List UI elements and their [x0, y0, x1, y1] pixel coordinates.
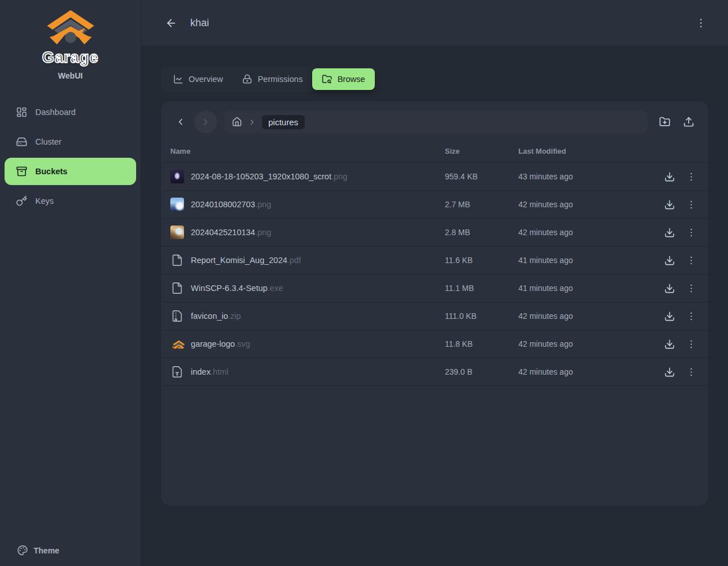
table-row[interactable]: 2024-08-18-105203_1920x1080_scrot.png 95…: [161, 163, 708, 191]
file-name: 2024-08-18-105203_1920x1080_scrot.png: [191, 172, 347, 181]
image-thumbnail-warm: [170, 225, 184, 239]
table-row[interactable]: WinSCP-6.3.4-Setup.exe 11.1 MB 41 minute…: [161, 274, 708, 302]
file-size: 239.0 B: [445, 367, 518, 376]
table-header: Name Size Last Modified: [161, 140, 708, 163]
download-button[interactable]: [661, 308, 677, 324]
file-name: index.html: [191, 367, 228, 376]
breadcrumb: pictures: [224, 110, 648, 133]
theme-button[interactable]: Theme: [0, 545, 141, 556]
topbar: khai: [141, 0, 728, 46]
tab-bar: Overview Permissions Browse: [161, 66, 377, 92]
page-title: khai: [190, 17, 209, 29]
file-size: 11.6 KB: [445, 256, 518, 265]
lock-icon: [242, 74, 252, 84]
row-menu-button[interactable]: [683, 169, 699, 184]
file-modified: 41 minutes ago: [518, 284, 659, 293]
file-icon: [170, 253, 184, 267]
main-area: khai Overview Permissions Browse picture…: [141, 0, 728, 566]
file-size: 11.8 KB: [445, 339, 518, 348]
table-row[interactable]: Garage garage-logo.svg 11.8 KB 42 minute…: [161, 330, 708, 358]
back-button[interactable]: [161, 13, 181, 33]
palette-icon: [17, 545, 28, 556]
download-button[interactable]: [661, 169, 677, 184]
column-name: Name: [170, 147, 445, 155]
table-row[interactable]: favicon_io.zip 111.0 KB 42 minutes ago: [161, 302, 708, 330]
table-row[interactable]: index.html 239.0 B 42 minutes ago: [161, 358, 708, 386]
row-menu-button[interactable]: [683, 224, 699, 240]
cluster-icon: [16, 136, 27, 147]
image-thumbnail-blue: [170, 198, 184, 211]
row-menu-button[interactable]: [683, 252, 699, 268]
table-row[interactable]: Report_Komisi_Aug_2024.pdf 11.6 KB 41 mi…: [161, 247, 708, 274]
browse-card: pictures Name Size Last Modified 2024-08…: [161, 101, 708, 506]
image-thumbnail-dark: [170, 170, 184, 183]
theme-label: Theme: [34, 546, 59, 555]
file-name: Report_Komisi_Aug_2024.pdf: [191, 256, 301, 265]
file-modified: 41 minutes ago: [518, 256, 659, 265]
file-name: WinSCP-6.3.4-Setup.exe: [191, 284, 283, 293]
sidebar-item-dashboard[interactable]: Dashboard: [5, 99, 136, 126]
sidebar-item-cluster[interactable]: Cluster: [5, 128, 136, 155]
logo-subtitle: WebUI: [58, 71, 83, 80]
sidebar: Garage WebUI Dashboard Cluster Buckets K…: [0, 0, 141, 566]
upload-button[interactable]: [678, 112, 699, 132]
row-menu-button[interactable]: [683, 336, 699, 352]
file-modified: 42 minutes ago: [518, 339, 659, 348]
tab-browse[interactable]: Browse: [312, 68, 374, 90]
history-back-button[interactable]: [170, 110, 191, 133]
home-icon[interactable]: [232, 117, 242, 127]
download-button[interactable]: [661, 336, 677, 352]
file-name: favicon_io.zip: [191, 311, 241, 321]
dashboard-icon: [16, 106, 27, 118]
history-forward-button[interactable]: [194, 110, 217, 133]
tab-overview[interactable]: Overview: [163, 68, 232, 90]
file-size: 959.4 KB: [445, 172, 518, 181]
buckets-icon: [16, 166, 27, 177]
garage-logo-icon: [46, 9, 95, 47]
logo-block: Garage WebUI: [0, 0, 141, 80]
logo-title: Garage: [42, 49, 99, 67]
column-modified: Last Modified: [518, 147, 659, 155]
file-name: garage-logo.svg: [191, 339, 250, 348]
row-menu-button[interactable]: [683, 280, 699, 296]
file-modified: 42 minutes ago: [518, 367, 659, 376]
breadcrumb-folder-chip[interactable]: pictures: [262, 115, 305, 129]
table-row[interactable]: 20240108002703.png 2.7 MB 42 minutes ago: [161, 191, 708, 219]
file-modified: 42 minutes ago: [518, 200, 659, 209]
sidebar-nav: Dashboard Cluster Buckets Keys: [0, 99, 141, 217]
file-modified: 42 minutes ago: [518, 311, 659, 321]
sidebar-item-buckets[interactable]: Buckets: [5, 158, 136, 185]
new-folder-button[interactable]: [655, 112, 675, 132]
file-modified: 43 minutes ago: [518, 172, 659, 181]
file-size: 11.1 MB: [445, 284, 518, 293]
sidebar-item-keys[interactable]: Keys: [5, 187, 136, 215]
column-size: Size: [445, 147, 518, 155]
file-size: 2.8 MB: [445, 228, 518, 237]
file-archive-icon: [170, 309, 184, 323]
download-button[interactable]: [661, 196, 677, 212]
download-button[interactable]: [661, 224, 677, 240]
tab-permissions[interactable]: Permissions: [232, 68, 312, 90]
file-table-body: 2024-08-18-105203_1920x1080_scrot.png 95…: [161, 163, 708, 386]
table-row[interactable]: 20240425210134.png 2.8 MB 42 minutes ago: [161, 219, 708, 247]
keys-icon: [16, 195, 27, 207]
file-modified: 42 minutes ago: [518, 228, 659, 237]
file-size: 111.0 KB: [445, 311, 518, 321]
folder-search-icon: [322, 74, 332, 84]
chevron-right-icon: [248, 118, 256, 126]
download-button[interactable]: [661, 252, 677, 268]
file-name: 20240108002703.png: [191, 200, 271, 209]
file-type-icon: [170, 365, 184, 379]
chart-line-icon: [173, 74, 183, 84]
download-button[interactable]: [661, 364, 677, 380]
download-button[interactable]: [661, 280, 677, 296]
row-menu-button[interactable]: [683, 308, 699, 324]
browse-toolbar: pictures: [161, 101, 708, 140]
file-size: 2.7 MB: [445, 200, 518, 209]
file-icon: [170, 281, 184, 295]
row-menu-button[interactable]: [683, 364, 699, 380]
file-name: 20240425210134.png: [191, 228, 271, 237]
topbar-menu-button[interactable]: [690, 13, 711, 33]
row-menu-button[interactable]: [683, 196, 699, 212]
garage-logo-thumbnail: Garage: [170, 337, 184, 351]
